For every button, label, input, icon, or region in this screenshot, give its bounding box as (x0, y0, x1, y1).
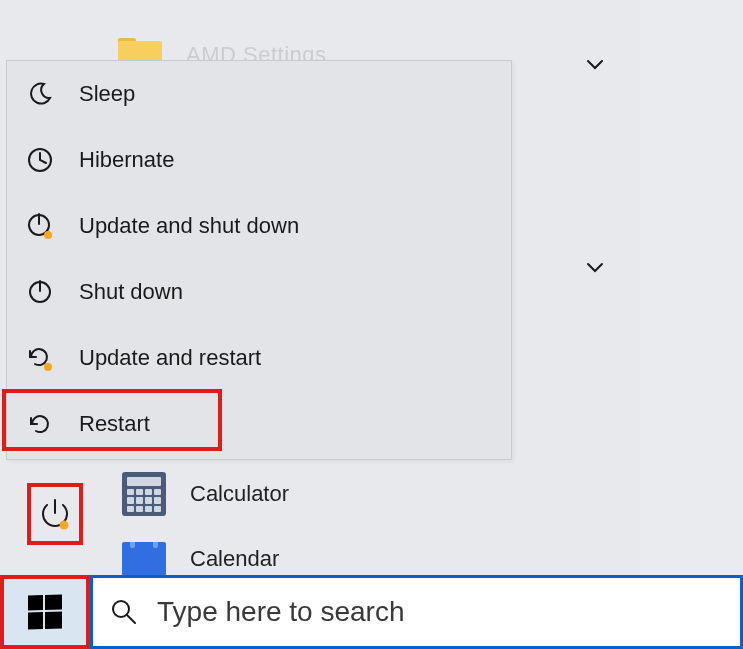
restart-icon (25, 410, 55, 438)
taskbar-search-box[interactable]: Type here to search (90, 575, 743, 649)
search-icon (109, 597, 139, 627)
power-menu-label: Update and restart (79, 345, 261, 371)
start-menu-background-right (640, 0, 743, 575)
power-menu-item-hibernate[interactable]: Hibernate (7, 127, 511, 193)
power-menu-item-shutdown[interactable]: Shut down (7, 259, 511, 325)
start-menu-app-calculator[interactable]: Calculator (122, 472, 289, 516)
app-label: Calculator (190, 481, 289, 507)
power-menu-item-update-restart[interactable]: Update and restart (7, 325, 511, 391)
power-menu-item-restart[interactable]: Restart (7, 391, 511, 457)
power-menu-label: Shut down (79, 279, 183, 305)
start-rail-power-button[interactable] (30, 486, 80, 542)
power-menu-item-update-shutdown[interactable]: Update and shut down (7, 193, 511, 259)
svg-point-8 (60, 521, 69, 530)
power-options-menu: Sleep Hibernate Update and shut down Shu… (6, 60, 512, 460)
power-menu-label: Sleep (79, 81, 135, 107)
search-placeholder: Type here to search (157, 596, 404, 628)
calculator-icon (122, 472, 166, 516)
calendar-icon (122, 542, 166, 576)
app-label: Calendar (190, 546, 279, 572)
svg-point-3 (44, 231, 52, 239)
restart-update-icon (25, 343, 55, 373)
clock-icon (25, 146, 55, 174)
power-menu-item-sleep[interactable]: Sleep (7, 61, 511, 127)
power-menu-label: Update and shut down (79, 213, 299, 239)
windows-logo-icon (28, 594, 62, 629)
moon-icon (25, 80, 55, 108)
start-button[interactable] (0, 575, 90, 649)
svg-line-10 (127, 615, 135, 623)
svg-point-6 (44, 363, 52, 371)
start-menu-app-calendar[interactable]: Calendar (122, 542, 279, 576)
chevron-down-icon[interactable] (585, 55, 605, 75)
power-update-icon (25, 211, 55, 241)
power-update-icon (38, 497, 72, 531)
chevron-down-icon[interactable] (585, 258, 605, 278)
power-menu-label: Hibernate (79, 147, 174, 173)
power-menu-label: Restart (79, 411, 150, 437)
power-icon (25, 278, 55, 306)
taskbar: Type here to search (0, 575, 743, 649)
